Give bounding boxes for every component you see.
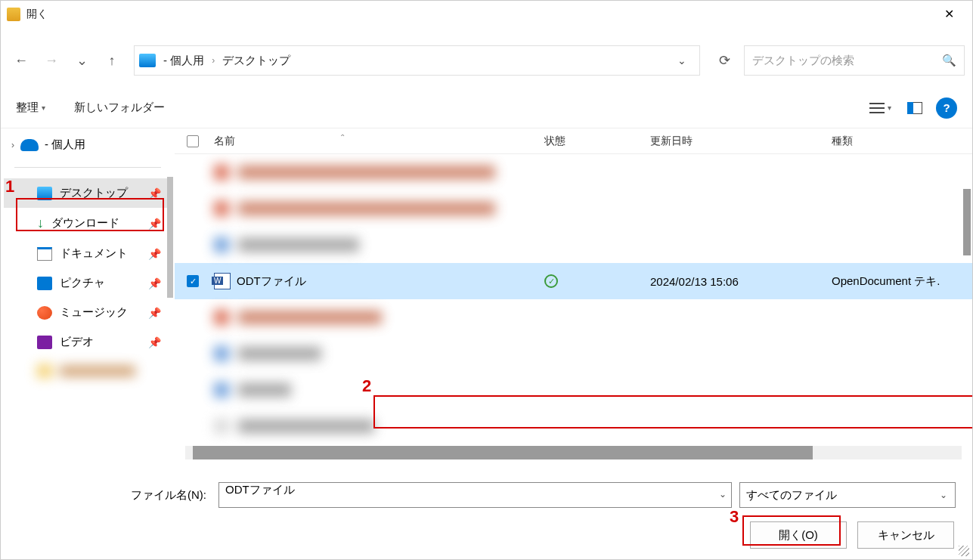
sidebar-item-label: ビデオ [60, 335, 94, 349]
music-icon [37, 306, 52, 320]
sidebar-item-label: デスクトップ [60, 186, 128, 200]
sidebar-item-videos[interactable]: ビデオ 📌 [4, 327, 172, 357]
sidebar-item-desktop[interactable]: デスクトップ 📌 [4, 178, 172, 208]
search-icon: 🔍 [942, 54, 956, 67]
select-all-checkbox[interactable] [175, 135, 211, 147]
nav-row: ← → ⌄ ↑ - 個人用 › デスクトップ ⌄ ⟳ デスクトップの検索 🔍 [1, 42, 972, 79]
recent-locations-button[interactable]: ⌄ [69, 48, 95, 73]
filename-input[interactable]: ODTファイル ⌄ [218, 482, 732, 508]
help-button[interactable]: ? [936, 97, 957, 119]
footer: ファイル名(N): ODTファイル ⌄ すべてのファイル ⌄ 3 開く(O) キ… [1, 461, 972, 558]
sidebar-item-downloads[interactable]: ↓ ダウンロード 📌 [4, 208, 172, 239]
navigation-sidebar: › - 個人用 1 デスクトップ 📌 ↓ ダウンロード 📌 ドキュメント 📌 ピ… [1, 128, 175, 461]
chevron-down-icon: ⌄ [940, 490, 947, 500]
address-bar[interactable]: - 個人用 › デスクトップ ⌄ [134, 45, 700, 76]
folder-icon [37, 364, 52, 378]
status-synced-icon: ✓ [544, 274, 558, 288]
refresh-button[interactable]: ⟳ [709, 45, 739, 76]
download-icon: ↓ [37, 215, 44, 231]
chevron-down-icon: ▾ [888, 104, 891, 112]
cloud-icon [20, 139, 39, 151]
sidebar-item-redacted[interactable] [4, 357, 172, 385]
sort-indicator-icon: ⌃ [339, 133, 346, 141]
vertical-scrollbar[interactable] [963, 189, 971, 255]
location-icon [139, 54, 156, 67]
table-row[interactable] [175, 190, 972, 227]
breadcrumb-user[interactable]: - 個人用 [163, 54, 204, 68]
annotation-2: 2 [362, 376, 371, 396]
chevron-down-icon: ▾ [42, 104, 45, 112]
sidebar-item-label: ピクチャ [60, 276, 105, 290]
toolbar: 整理 ▾ 新しいフォルダー ▾ ? [1, 88, 972, 128]
sidebar-scrollbar[interactable] [167, 177, 173, 298]
column-header-state[interactable]: 状態 [544, 135, 650, 148]
file-type: OpenDocument テキ. [832, 274, 972, 289]
table-row[interactable] [175, 299, 972, 336]
back-button[interactable]: ← [8, 48, 34, 73]
resize-grip[interactable] [959, 546, 969, 556]
sidebar-top-item[interactable]: › - 個人用 [4, 133, 172, 156]
breadcrumb-location[interactable]: デスクトップ [222, 54, 290, 68]
address-dropdown-button[interactable]: ⌄ [669, 48, 695, 73]
file-name: ODTファイル [237, 274, 306, 289]
column-header-date[interactable]: 更新日時 [650, 135, 832, 148]
pin-icon: 📌 [148, 336, 161, 348]
column-header-type[interactable]: 種類 [832, 135, 972, 148]
video-icon [37, 336, 52, 349]
main-area: › - 個人用 1 デスクトップ 📌 ↓ ダウンロード 📌 ドキュメント 📌 ピ… [1, 128, 972, 461]
desktop-icon [37, 187, 52, 200]
app-icon [7, 8, 20, 21]
table-row-selected[interactable]: ✓ ODTファイル ✓ 2024/02/13 15:06 OpenDocumen… [175, 263, 972, 299]
preview-pane-button[interactable] [901, 94, 928, 122]
annotation-3: 3 [730, 507, 739, 527]
svg-rect-4 [907, 102, 913, 114]
forward-button[interactable]: → [39, 48, 64, 73]
pin-icon: 📌 [148, 218, 161, 230]
breadcrumb-separator-icon: › [212, 55, 215, 66]
breadcrumb[interactable]: - 個人用 › デスクトップ [163, 54, 290, 68]
document-icon [37, 247, 52, 261]
annotation-1: 1 [5, 177, 14, 196]
file-date: 2024/02/13 15:06 [650, 275, 832, 288]
pin-icon: 📌 [148, 307, 161, 319]
sidebar-item-pictures[interactable]: ピクチャ 📌 [4, 268, 172, 298]
table-row[interactable] [175, 372, 972, 408]
column-header-row: 名前 ⌃ 状態 更新日時 種類 [175, 128, 972, 154]
horizontal-scrollbar[interactable] [185, 446, 962, 459]
chevron-right-icon: › [11, 140, 14, 150]
sidebar-item-label: ダウンロード [51, 216, 119, 230]
table-row[interactable] [175, 227, 972, 263]
sidebar-divider [14, 167, 161, 168]
table-row[interactable] [175, 154, 972, 190]
odt-file-icon [214, 273, 231, 289]
new-folder-button[interactable]: 新しいフォルダー [74, 101, 165, 115]
sidebar-item-label: ドキュメント [60, 246, 128, 261]
open-button[interactable]: 開く(O) [750, 521, 847, 549]
table-row[interactable] [175, 408, 972, 444]
sidebar-item-music[interactable]: ミュージック 📌 [4, 298, 172, 327]
sidebar-top-label: - 個人用 [45, 138, 85, 152]
titlebar: 開く ✕ [1, 1, 972, 27]
table-row[interactable] [175, 336, 972, 372]
file-list: 名前 ⌃ 状態 更新日時 種類 [175, 128, 972, 461]
file-type-filter[interactable]: すべてのファイル ⌄ [739, 482, 956, 508]
up-button[interactable]: ↑ [99, 48, 125, 73]
sidebar-item-documents[interactable]: ドキュメント 📌 [4, 239, 172, 268]
filename-label: ファイル名(N): [17, 488, 211, 503]
pin-icon: 📌 [148, 248, 161, 260]
close-button[interactable]: ✕ [932, 3, 966, 26]
window-title: 開く [26, 8, 932, 21]
row-checkbox[interactable]: ✓ [187, 275, 199, 287]
column-header-name[interactable]: 名前 ⌃ [211, 135, 544, 148]
search-placeholder: デスクトップの検索 [752, 54, 854, 68]
view-menu-button[interactable]: ▾ [866, 94, 894, 122]
pin-icon: 📌 [148, 187, 161, 200]
search-input[interactable]: デスクトップの検索 🔍 [744, 45, 965, 76]
pin-icon: 📌 [148, 277, 161, 289]
cancel-button[interactable]: キャンセル [857, 521, 954, 549]
picture-icon [37, 277, 52, 290]
chevron-down-icon[interactable]: ⌄ [719, 489, 727, 500]
organize-menu[interactable]: 整理 ▾ [16, 101, 45, 115]
sidebar-item-label: ミュージック [60, 305, 128, 320]
